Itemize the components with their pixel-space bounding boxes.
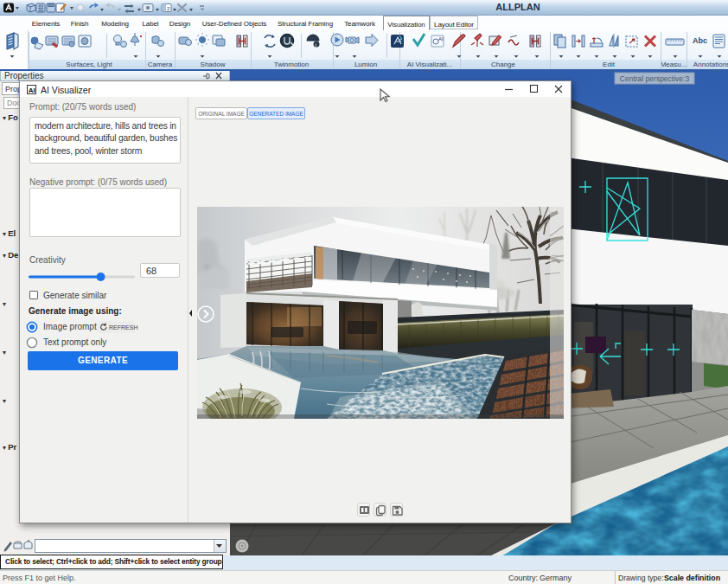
svg-text:Central perspective:3: Central perspective:3	[620, 74, 690, 83]
svg-text:AI Visualizer: AI Visualizer	[41, 85, 92, 95]
svg-text:AI: AI	[29, 87, 35, 94]
svg-text:i: i	[316, 42, 316, 48]
svg-text:Abc: Abc	[693, 36, 707, 45]
svg-text:AI: AI	[438, 36, 444, 42]
